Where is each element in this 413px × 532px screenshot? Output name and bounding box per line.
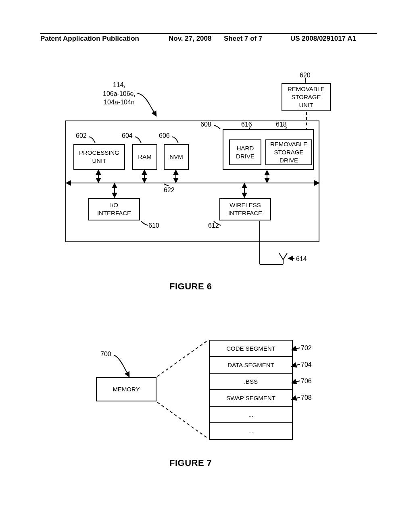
processing-unit-box: PROCESSING UNIT [73, 144, 125, 170]
svg-line-12 [157, 402, 208, 438]
hard-drive-box: HARD DRIVE [229, 139, 261, 165]
io-interface-box: I/O INTERFACE [88, 198, 140, 220]
svg-line-11 [157, 340, 208, 376]
figure-7-caption: FIGURE 7 [169, 458, 212, 468]
ram-box: RAM [132, 144, 157, 170]
nvm-box: NVM [164, 144, 189, 170]
fig7-lines [0, 0, 413, 484]
removable-storage-drive-box: REMOVABLE STORAGE DRIVE [265, 139, 312, 165]
wireless-interface-box: WIRELESS INTERFACE [219, 198, 271, 220]
removable-storage-unit-box: REMOVABLE STORAGE UNIT [282, 83, 331, 111]
page: Patent Application Publication Nov. 27, … [0, 0, 413, 532]
